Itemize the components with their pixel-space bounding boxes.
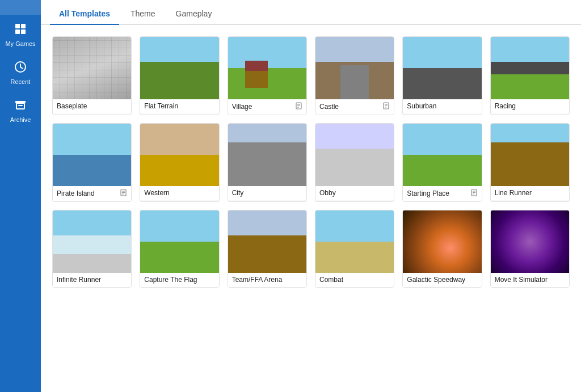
template-card-pirate-island[interactable]: Pirate Island — [52, 123, 132, 202]
template-card-racing[interactable]: Racing — [490, 36, 570, 115]
template-image-galactic-speedway — [403, 210, 481, 273]
template-label-ffa-arena: Team/FFA Arena — [228, 273, 306, 287]
tab-gameplay[interactable]: Gameplay — [167, 5, 221, 24]
template-image-city — [228, 124, 306, 186]
template-image-move-it-simulator — [491, 210, 569, 273]
template-name-baseplate: Baseplate — [57, 102, 87, 110]
template-name-pirate-island: Pirate Island — [57, 189, 95, 197]
template-label-suburban: Suburban — [403, 99, 481, 113]
sidebar-item-archive[interactable]: Archive — [0, 91, 41, 129]
template-name-infinite-runner: Infinite Runner — [57, 276, 101, 284]
sidebar: My Games Recent Archive — [0, 0, 41, 392]
template-image-pirate-island — [53, 124, 131, 186]
my-games-icon — [14, 23, 27, 38]
template-name-line-runner: Line Runner — [495, 189, 532, 197]
template-name-capture-flag: Capture The Flag — [144, 276, 197, 284]
svg-line-6 — [20, 67, 23, 69]
archive-icon — [14, 99, 27, 114]
template-card-baseplate[interactable]: Baseplate — [52, 36, 132, 115]
template-label-starting-place: Starting Place — [403, 186, 481, 201]
template-label-combat: Combat — [315, 273, 394, 287]
tab-theme[interactable]: Theme — [121, 5, 165, 24]
template-label-move-it-simulator: Move It Simulator — [491, 273, 569, 287]
template-name-move-it-simulator: Move It Simulator — [495, 276, 548, 284]
template-label-baseplate: Baseplate — [53, 99, 131, 113]
template-name-western: Western — [144, 189, 169, 197]
book-icon — [382, 102, 390, 111]
tab-all-templates[interactable]: All Templates — [50, 5, 119, 24]
svg-rect-1 — [21, 24, 26, 28]
template-card-line-runner[interactable]: Line Runner — [490, 123, 570, 202]
template-card-ffa-arena[interactable]: Team/FFA Arena — [228, 210, 307, 288]
template-name-city: City — [232, 189, 244, 197]
template-image-combat — [315, 210, 394, 273]
sidebar-item-label-my-games: My Games — [5, 40, 35, 47]
book-icon — [120, 189, 127, 198]
template-card-city[interactable]: City — [228, 123, 307, 202]
template-name-obby: Obby — [319, 189, 336, 197]
template-card-flat-terrain[interactable]: Flat Terrain — [140, 36, 219, 115]
book-icon — [295, 102, 302, 111]
template-image-infinite-runner — [53, 210, 131, 273]
template-image-racing — [491, 37, 569, 99]
template-card-combat[interactable]: Combat — [315, 210, 394, 288]
template-name-village: Village — [232, 103, 252, 111]
template-name-starting-place: Starting Place — [407, 189, 449, 197]
template-label-village: Village — [228, 99, 306, 115]
template-label-city: City — [228, 186, 306, 200]
template-label-galactic-speedway: Galactic Speedway — [403, 273, 481, 287]
template-label-pirate-island: Pirate Island — [53, 186, 131, 201]
recent-icon — [14, 61, 27, 76]
new-button[interactable] — [0, 0, 41, 15]
template-label-infinite-runner: Infinite Runner — [53, 273, 131, 287]
svg-rect-3 — [21, 29, 26, 34]
template-image-starting-place — [403, 124, 481, 186]
main-content: All Templates Theme Gameplay BaseplateFl… — [41, 0, 581, 392]
template-image-baseplate — [53, 37, 131, 99]
template-name-castle: Castle — [319, 103, 339, 111]
sidebar-item-my-games[interactable]: My Games — [0, 15, 41, 53]
template-card-village[interactable]: Village — [228, 36, 307, 115]
template-name-flat-terrain: Flat Terrain — [144, 102, 178, 110]
template-card-obby[interactable]: Obby — [315, 123, 394, 202]
template-image-line-runner — [491, 124, 569, 186]
template-label-line-runner: Line Runner — [491, 186, 569, 200]
template-image-castle — [315, 37, 394, 99]
template-card-move-it-simulator[interactable]: Move It Simulator — [490, 210, 570, 288]
template-card-castle[interactable]: Castle — [315, 36, 394, 115]
sidebar-item-recent[interactable]: Recent — [0, 53, 41, 91]
template-image-western — [140, 124, 218, 186]
template-name-suburban: Suburban — [407, 102, 436, 110]
sidebar-item-label-recent: Recent — [11, 78, 31, 85]
template-grid: BaseplateFlat TerrainVillageCastleSuburb… — [52, 36, 570, 288]
template-image-village — [228, 37, 306, 99]
template-name-combat: Combat — [319, 276, 343, 284]
template-image-ffa-arena — [228, 210, 306, 273]
template-card-infinite-runner[interactable]: Infinite Runner — [52, 210, 132, 288]
sidebar-item-label-archive: Archive — [10, 116, 31, 123]
template-image-suburban — [403, 37, 481, 99]
template-label-capture-flag: Capture The Flag — [140, 273, 218, 287]
svg-rect-0 — [15, 24, 20, 28]
template-image-obby — [315, 124, 394, 186]
template-label-western: Western — [140, 186, 218, 200]
template-card-starting-place[interactable]: Starting Place — [402, 123, 482, 202]
template-card-suburban[interactable]: Suburban — [402, 36, 482, 115]
svg-rect-2 — [15, 29, 20, 34]
template-card-western[interactable]: Western — [140, 123, 219, 202]
template-name-galactic-speedway: Galactic Speedway — [407, 276, 465, 284]
template-label-flat-terrain: Flat Terrain — [140, 99, 218, 113]
template-card-capture-flag[interactable]: Capture The Flag — [140, 210, 219, 288]
template-label-castle: Castle — [315, 99, 394, 115]
template-label-racing: Racing — [491, 99, 569, 113]
template-card-galactic-speedway[interactable]: Galactic Speedway — [402, 210, 482, 288]
tabbar: All Templates Theme Gameplay — [41, 0, 581, 25]
book-icon — [470, 189, 478, 198]
template-name-ffa-arena: Team/FFA Arena — [232, 276, 283, 284]
template-image-flat-terrain — [140, 37, 218, 99]
template-label-obby: Obby — [315, 186, 394, 200]
template-image-capture-flag — [140, 210, 218, 273]
template-grid-container: BaseplateFlat TerrainVillageCastleSuburb… — [41, 25, 581, 392]
template-name-racing: Racing — [495, 102, 516, 110]
